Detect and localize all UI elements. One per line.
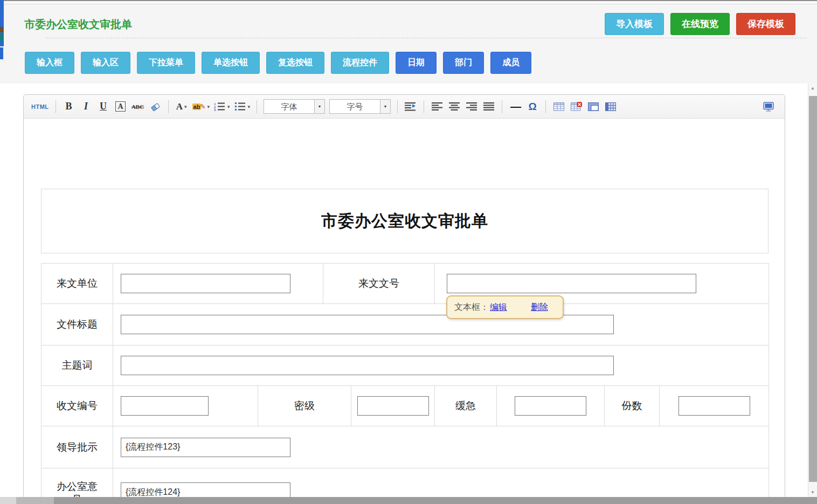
special-char-button[interactable]: Ω <box>526 100 539 114</box>
source-code-button[interactable]: HTML <box>31 100 49 114</box>
insert-table-button[interactable] <box>552 100 565 114</box>
align-left-icon <box>432 102 442 111</box>
font-style-icon[interactable]: A <box>115 101 125 112</box>
indent-icon <box>405 102 417 111</box>
widget-radio-button[interactable]: 单选按钮 <box>202 52 260 74</box>
horizontal-scrollbar-track <box>16 497 54 504</box>
save-template-button[interactable]: 保存模板 <box>736 13 795 35</box>
online-preview-button[interactable]: 在线预览 <box>670 13 730 35</box>
font-family-select[interactable]: 字体 ▼ <box>264 99 325 114</box>
receipt-number-input[interactable] <box>121 396 209 416</box>
table-grid-icon <box>605 102 616 111</box>
chevron-down-icon: ▼ <box>384 105 387 108</box>
widget-button-row: 输入框 输入区 下拉菜单 单选按钮 复选按钮 流程控件 日期 部门 成员 <box>25 52 531 74</box>
italic-button[interactable]: I <box>80 100 93 114</box>
svg-text:3: 3 <box>214 108 216 111</box>
label-source-unit: 来文单位 <box>41 264 113 304</box>
align-left-button[interactable] <box>431 100 444 114</box>
label-keywords: 主题词 <box>41 346 113 386</box>
widget-checkbox-button[interactable]: 复选按钮 <box>266 52 324 74</box>
font-size-select[interactable]: 字号 ▼ <box>329 99 391 114</box>
table-row: 办公室意见 <box>41 468 769 498</box>
delete-table-button[interactable] <box>570 100 583 114</box>
pencil-icon: ✎ <box>200 103 205 111</box>
label-urgency: 缓急 <box>435 386 497 426</box>
remove-format-eraser-icon[interactable] <box>149 100 162 114</box>
table-row: 来文单位 来文文号 <box>41 264 769 304</box>
editor-canvas[interactable]: 市委办公室收文审批单 来文单位 来文文号 文件标题 <box>24 119 785 497</box>
font-color-button[interactable]: A▾ <box>175 100 188 114</box>
indent-button[interactable] <box>404 100 417 114</box>
office-opinion-input[interactable] <box>121 482 290 497</box>
label-leader-comment: 领导批示 <box>41 426 113 468</box>
edit-control-link[interactable]: 编辑 <box>490 302 507 313</box>
secrecy-input[interactable] <box>357 396 429 416</box>
vertical-scrollbar[interactable]: ▲ ▼ <box>808 84 817 497</box>
align-right-button[interactable] <box>465 100 478 114</box>
align-right-icon <box>466 102 477 111</box>
select-dropdown-button[interactable]: ▼ <box>314 100 324 113</box>
urgency-input[interactable] <box>515 396 586 416</box>
highlight-color-button[interactable]: ab✎▾ <box>192 100 210 114</box>
widget-dropdown-button[interactable]: 下拉菜单 <box>137 52 195 74</box>
bullet-list-button[interactable]: ▾ <box>234 100 251 114</box>
control-tooltip: 文本框： 编辑 删除 <box>446 295 564 319</box>
toolbar-separator <box>424 100 424 113</box>
widget-flow-control-button[interactable]: 流程控件 <box>331 52 389 74</box>
form-title-box: 市委办公室收文审批单 <box>41 189 768 253</box>
tooltip-label: 文本框： <box>454 302 489 313</box>
keywords-input[interactable] <box>121 356 614 375</box>
widget-input-box-button[interactable]: 输入框 <box>25 52 74 74</box>
scroll-up-arrow-icon[interactable]: ▲ <box>808 84 817 93</box>
toolbar-separator <box>56 100 56 113</box>
eraser-icon <box>150 101 161 112</box>
widget-date-button[interactable]: 日期 <box>396 52 437 74</box>
chevron-down-icon: ▾ <box>227 104 230 109</box>
align-justify-button[interactable] <box>482 100 495 114</box>
toolbar-separator <box>257 100 257 113</box>
table-properties-button[interactable] <box>604 100 617 114</box>
strikethrough-button[interactable]: ABC <box>131 100 144 114</box>
cell-properties-button[interactable] <box>587 100 600 114</box>
bullet-list-icon <box>234 102 246 111</box>
underline-button[interactable]: U <box>97 100 110 114</box>
select-dropdown-button[interactable]: ▼ <box>380 100 390 113</box>
align-justify-icon <box>483 102 494 111</box>
widget-input-area-button[interactable]: 输入区 <box>81 52 130 74</box>
widget-member-button[interactable]: 成员 <box>490 52 531 74</box>
window-top-edge <box>0 0 817 4</box>
delete-control-link[interactable]: 删除 <box>531 302 548 313</box>
label-doc-number: 来文文号 <box>323 264 435 304</box>
horizontal-scrollbar-corner <box>0 497 16 504</box>
import-template-button[interactable]: 导入模板 <box>605 13 664 35</box>
scroll-down-arrow-icon[interactable]: ▼ <box>808 488 817 497</box>
dashed-divider <box>46 38 807 38</box>
scrollbar-thumb[interactable] <box>809 96 817 482</box>
chevron-down-icon: ▾ <box>248 104 251 109</box>
toolbar-separator <box>168 100 169 113</box>
ordered-list-button[interactable]: 1 2 3 ▾ <box>214 100 230 114</box>
doc-number-input[interactable] <box>447 274 696 293</box>
align-center-icon <box>449 102 460 111</box>
copies-input[interactable] <box>678 396 750 416</box>
horizontal-scrollbar[interactable] <box>0 497 817 504</box>
bold-button[interactable]: B <box>63 100 75 114</box>
horizontal-rule-button[interactable]: — <box>509 100 522 114</box>
chevron-down-icon: ▾ <box>207 104 210 109</box>
label-doc-title: 文件标题 <box>41 304 113 346</box>
left-edge-fragment <box>0 27 3 32</box>
align-center-button[interactable] <box>448 100 461 114</box>
chevron-down-icon: ▾ <box>184 104 187 109</box>
monitor-icon <box>763 102 774 112</box>
fullscreen-button[interactable] <box>762 100 775 114</box>
rich-text-editor: HTML B I U A ABC A▾ ab✎▾ 1 2 <box>23 94 785 497</box>
table-icon <box>553 102 564 111</box>
widget-department-button[interactable]: 部门 <box>443 52 484 74</box>
label-copies: 份数 <box>605 386 660 426</box>
form-title: 市委办公室收文审批单 <box>321 210 488 232</box>
table-delete-icon <box>571 102 582 111</box>
source-unit-input[interactable] <box>121 274 290 293</box>
table-row: 文件标题 <box>41 304 769 346</box>
leader-comment-input[interactable] <box>121 438 290 457</box>
toolbar-separator <box>502 100 502 113</box>
